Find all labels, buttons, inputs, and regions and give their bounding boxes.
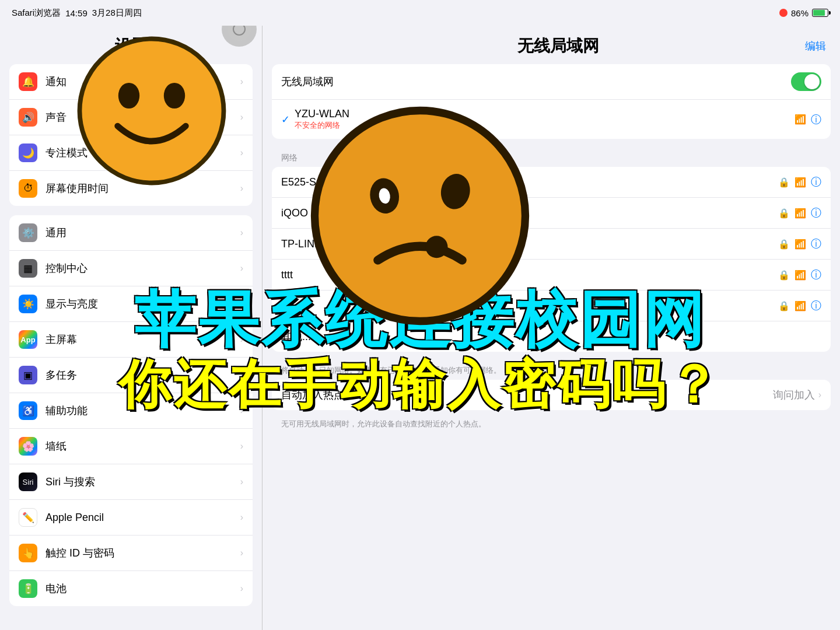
info-button[interactable]: ⓘ (811, 299, 821, 313)
chevron-icon: › (240, 583, 243, 594)
multitasking-icon: ▣ (19, 366, 37, 384)
network-icons-4: 🔒 📶 ⓘ (778, 299, 821, 313)
connected-network-sublabel: 不安全的网络 (295, 120, 794, 131)
sidebar-group-1: 🔔 通知 › 🔊 声音 › 🌙 专注模式 › ⏱ 屏幕使用时间 › (9, 64, 253, 206)
chevron-icon: › (240, 334, 243, 345)
info-button[interactable]: ⓘ (811, 206, 821, 220)
sidebar-item-display[interactable]: ☀️ 显示与亮度 › (9, 286, 253, 322)
date: 3月28日周四 (92, 8, 142, 19)
auto-hotspot-row[interactable]: 自动加入热点 询问加入 › (272, 380, 831, 410)
info-button[interactable]: ⓘ (811, 237, 821, 251)
lock-icon: 🔒 (778, 300, 790, 312)
network-row-3[interactable]: tttt 🔒 📶 ⓘ (272, 260, 831, 290)
chevron-icon: › (240, 76, 243, 87)
sidebar-item-focus[interactable]: 🌙 专注模式 › (9, 135, 253, 171)
wifi-toggle-label: 无线局域网 (281, 75, 791, 89)
wifi-signal-icon: 📶 (794, 114, 806, 125)
record-button (779, 9, 788, 17)
network-name-3: tttt (281, 269, 778, 281)
network-row-4[interactable]: 🔒 📶 ⓘ (272, 290, 831, 321)
chevron-icon: › (240, 228, 243, 238)
sidebar: 设置 🔔 通知 › 🔊 声音 › 🌙 专注模式 › ⏱ 屏幕使用时间 › (0, 26, 262, 630)
battery-label: 电池 (46, 582, 66, 596)
connected-network-name: YZU-WLAN (295, 108, 794, 120)
connected-network-icons: 📶 ⓘ (794, 113, 821, 127)
screentime-icon: ⏱ (19, 179, 37, 198)
network-icons-0: 🔒 📶 ⓘ (778, 175, 821, 189)
lock-icon: 🔒 (778, 270, 790, 281)
sound-icon: 🔊 (19, 108, 37, 127)
accessibility-label: 辅助功能 (46, 404, 88, 418)
notifications-label: 通知 (46, 75, 66, 89)
sidebar-item-notifications[interactable]: 🔔 通知 › (9, 64, 253, 100)
chevron-icon: › (240, 512, 243, 523)
wallpaper-icon: 🌸 (19, 437, 37, 456)
wifi-toggle-group: 无线局域网 ✓ YZU-WLAN 不安全的网络 📶 ⓘ (272, 64, 831, 139)
sidebar-item-homescreen[interactable]: App 主屏幕 › (9, 322, 253, 358)
chevron-icon: › (240, 299, 243, 309)
sidebar-item-general[interactable]: ⚙️ 通用 › (9, 215, 253, 251)
sidebar-group-2: ⚙️ 通用 › ▦ 控制中心 › ☀️ 显示与亮度 › App 主屏幕 › ▣ (9, 215, 253, 606)
controlcenter-icon: ▦ (19, 259, 37, 278)
auto-hotspot-group: 自动加入热点 询问加入 › (272, 380, 831, 410)
chevron-icon: › (240, 477, 243, 487)
auto-join-note: 将自动加入已知网络。如果没有已知网络，将通知你有可用网络。 (262, 361, 840, 380)
available-networks-group: E525-Smart-class 🔒 📶 ⓘ iQOO Neo5 🔒 📶 ⓘ T… (272, 167, 831, 352)
homescreen-icon: App (19, 330, 37, 349)
ask-join-label: 询问加入 (773, 388, 815, 402)
sound-label: 声音 (46, 110, 66, 124)
focus-label: 专注模式 (46, 146, 88, 160)
wifi-signal-icon: 📶 (794, 177, 806, 188)
chevron-icon: › (240, 370, 243, 380)
wifi-signal-icon: 📶 (794, 300, 806, 312)
wifi-signal-icon: 📶 (794, 208, 806, 219)
network-name-1: iQOO Neo5 (281, 207, 778, 219)
sidebar-item-multitasking[interactable]: ▣ 多任务 › (9, 358, 253, 393)
network-name-0: E525-Smart-class (281, 176, 778, 188)
chevron-icon: › (240, 183, 243, 194)
info-button[interactable]: ⓘ (811, 175, 821, 189)
sidebar-item-controlcenter[interactable]: ▦ 控制中心 › (9, 251, 253, 286)
lock-icon: 🔒 (778, 208, 790, 219)
other-networks-row[interactable]: 其他... (272, 321, 831, 352)
display-icon: ☀️ (19, 295, 37, 313)
touchid-label: 触控 ID 与密码 (46, 546, 114, 560)
chevron-icon: › (240, 112, 243, 123)
accessibility-icon: ♿ (19, 401, 37, 420)
display-label: 显示与亮度 (46, 297, 98, 311)
network-row-2[interactable]: TP-LINK_ME 🔒 📶 ⓘ (272, 229, 831, 260)
battery-indicator (812, 9, 828, 17)
status-right: 86% (779, 8, 828, 18)
network-icons-1: 🔒 📶 ⓘ (778, 206, 821, 220)
sidebar-item-sound[interactable]: 🔊 声音 › (9, 100, 253, 135)
chevron-right-icon: › (818, 390, 821, 400)
battery-settings-icon: 🔋 (19, 579, 37, 598)
general-label: 通用 (46, 226, 66, 240)
homescreen-label: 主屏幕 (46, 332, 77, 346)
info-button[interactable]: ⓘ (811, 113, 821, 127)
connected-network-row[interactable]: ✓ YZU-WLAN 不安全的网络 📶 ⓘ (272, 100, 831, 139)
sidebar-item-screentime[interactable]: ⏱ 屏幕使用时间 › (9, 171, 253, 206)
sidebar-item-pencil[interactable]: ✏️ Apple Pencil › (9, 500, 253, 536)
time: 14:59 (65, 8, 88, 18)
status-left: Safari浏览器 14:59 3月28日周四 (12, 8, 142, 19)
sidebar-item-touchid[interactable]: 👆 触控 ID 与密码 › (9, 536, 253, 571)
wifi-toggle-row: 无线局域网 (272, 64, 831, 100)
network-row-1[interactable]: iQOO Neo5 🔒 📶 ⓘ (272, 198, 831, 229)
screentime-label: 屏幕使用时间 (46, 181, 108, 195)
sidebar-item-accessibility[interactable]: ♿ 辅助功能 › (9, 393, 253, 429)
sidebar-item-siri[interactable]: Siri Siri 与搜索 › (9, 464, 253, 500)
sidebar-item-wallpaper[interactable]: 🌸 墙纸 › (9, 429, 253, 464)
chevron-icon: › (240, 405, 243, 416)
network-row-0[interactable]: E525-Smart-class 🔒 📶 ⓘ (272, 167, 831, 198)
general-icon: ⚙️ (19, 223, 37, 242)
status-bar: Safari浏览器 14:59 3月28日周四 86% (0, 0, 840, 26)
chevron-icon: › (240, 148, 243, 158)
edit-button[interactable]: 编辑 (805, 39, 826, 53)
checkmark-icon: ✓ (281, 113, 290, 126)
info-button[interactable]: ⓘ (811, 268, 821, 282)
wifi-toggle[interactable] (791, 72, 821, 91)
sidebar-item-battery[interactable]: 🔋 电池 › (9, 571, 253, 606)
notifications-icon: 🔔 (19, 72, 37, 91)
wallpaper-label: 墙纸 (46, 439, 66, 453)
